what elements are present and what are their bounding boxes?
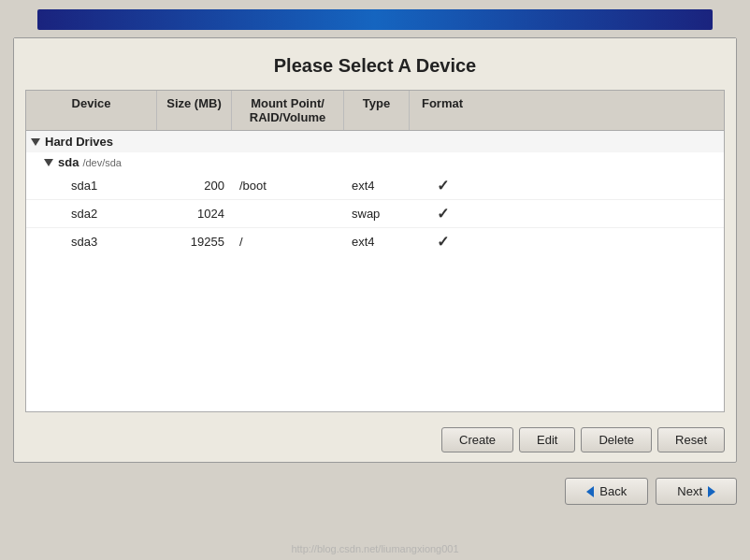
check-icon: ✓ [437, 178, 449, 194]
create-button[interactable]: Create [441, 427, 513, 452]
next-button[interactable]: Next [656, 478, 737, 505]
cell-size: 200 [157, 177, 232, 194]
col-header-type: Type [344, 91, 410, 130]
cell-mount: /boot [232, 177, 344, 194]
edit-button[interactable]: Edit [519, 427, 575, 452]
table-body: Hard Drives sda /dev/sda sda1 200 /boot … [26, 131, 724, 411]
cell-mount: / [232, 233, 344, 251]
group-label: Hard Drives [45, 135, 113, 149]
sub-group-detail: /dev/sda [82, 157, 122, 168]
sub-group-label: sda [58, 155, 79, 169]
col-header-size: Size (MB) [157, 91, 232, 130]
nav-buttons: Back Next [0, 470, 750, 505]
cell-device: sda1 [26, 177, 157, 194]
main-container: Please Select A Device Device Size (MB) … [13, 37, 737, 463]
reset-button[interactable]: Reset [657, 427, 725, 452]
cell-size: 19255 [157, 233, 232, 251]
sub-group-sda[interactable]: sda /dev/sda [26, 152, 724, 172]
table-header: Device Size (MB) Mount Point/ RAID/Volum… [26, 91, 724, 131]
page-title: Please Select A Device [14, 38, 736, 90]
table-row[interactable]: sda1 200 /boot ext4 ✓ [26, 172, 724, 200]
col-header-mount: Mount Point/ RAID/Volume [232, 91, 344, 130]
table-row[interactable]: sda3 19255 / ext4 ✓ [26, 228, 724, 255]
top-bar [37, 9, 713, 30]
expand-icon [31, 138, 40, 146]
cell-device: sda2 [26, 205, 157, 223]
action-buttons: Create Edit Delete Reset [14, 420, 736, 462]
watermark: http://blog.csdn.net/liumangxiong001 [291, 543, 458, 554]
check-icon: ✓ [437, 234, 449, 250]
col-header-format: Format [410, 91, 475, 130]
cell-type: ext4 [344, 233, 410, 251]
cell-format: ✓ [410, 231, 475, 252]
cell-type: ext4 [344, 177, 410, 194]
cell-format: ✓ [410, 203, 475, 224]
table-row[interactable]: sda2 1024 swap ✓ [26, 200, 724, 228]
check-icon: ✓ [437, 206, 449, 222]
back-button[interactable]: Back [565, 478, 648, 505]
delete-button[interactable]: Delete [581, 427, 652, 452]
cell-size: 1024 [157, 205, 232, 223]
group-hard-drives[interactable]: Hard Drives [26, 131, 724, 152]
back-arrow-icon [586, 486, 594, 497]
cell-type: swap [344, 205, 410, 223]
cell-mount [232, 212, 344, 216]
cell-device: sda3 [26, 233, 157, 251]
device-table: Device Size (MB) Mount Point/ RAID/Volum… [25, 90, 725, 412]
next-label: Next [677, 484, 702, 498]
cell-format: ✓ [410, 175, 475, 196]
next-arrow-icon [708, 486, 715, 497]
sub-expand-icon [44, 159, 53, 166]
col-header-device: Device [26, 91, 157, 130]
back-label: Back [599, 484, 627, 498]
